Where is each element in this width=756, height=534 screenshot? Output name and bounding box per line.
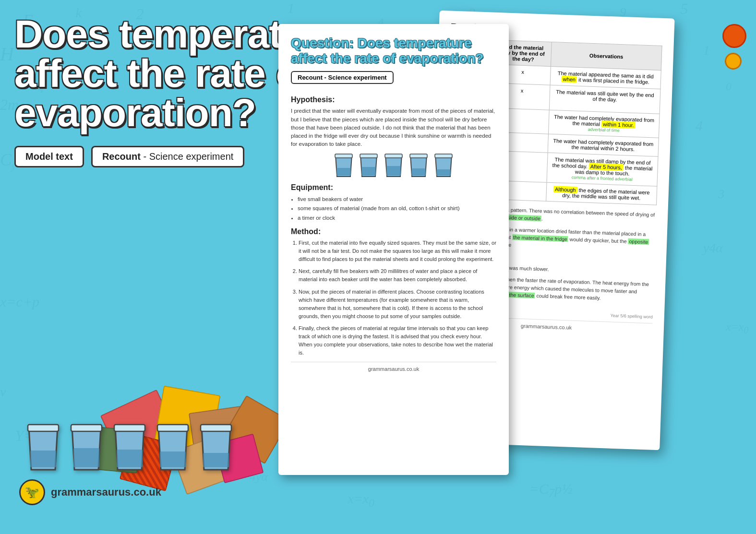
- hypothesis-text: I predict that the water will eventually…: [291, 107, 496, 148]
- svg-rect-23: [386, 166, 401, 176]
- svg-rect-19: [360, 154, 377, 158]
- method-step-4: Finally, check the pieces of material at…: [299, 324, 496, 357]
- svg-rect-4: [71, 425, 102, 431]
- equipment-item-3: a timer or clock: [298, 214, 496, 223]
- svg-rect-13: [201, 425, 231, 431]
- obs-3: The water had completely evaporated from…: [548, 110, 660, 138]
- beakers-illustration: [24, 323, 288, 476]
- beaker-3: [110, 422, 149, 476]
- equipment-item-2: some squares of material (made from an o…: [298, 204, 496, 214]
- logo-text: grammarsaurus.co.uk: [51, 486, 161, 498]
- method-step-1: First, cut the material into five equall…: [299, 239, 496, 263]
- svg-rect-28: [435, 154, 452, 158]
- svg-rect-8: [117, 450, 143, 467]
- svg-rect-2: [30, 451, 56, 467]
- equipment-list: five small beakers of water some squares…: [298, 195, 496, 223]
- col-observations: Observations: [551, 42, 662, 70]
- svg-rect-17: [336, 168, 351, 176]
- small-beaker-4: [408, 153, 429, 178]
- svg-rect-7: [114, 425, 145, 431]
- doc-recount-tag: Recount - Science experiment: [291, 71, 394, 84]
- logo-area: 🦖 grammarsaurus.co.uk: [19, 479, 161, 505]
- obs-6: Although the edges of the material were …: [546, 182, 657, 205]
- svg-rect-22: [385, 154, 402, 158]
- beaker-2: [67, 422, 106, 476]
- obs-cupboard: The material was still quite wet by the …: [549, 85, 660, 114]
- beaker-4: [154, 422, 192, 476]
- small-beaker-3: [383, 153, 404, 178]
- equipment-beakers: [291, 153, 496, 178]
- model-text-tag: Model text: [14, 146, 84, 167]
- svg-rect-16: [335, 154, 352, 158]
- equipment-item-1: five small beakers of water: [298, 195, 496, 204]
- doc-front: Question: Does temperature affect the ra…: [278, 24, 509, 475]
- svg-rect-5: [73, 448, 99, 467]
- svg-rect-25: [410, 154, 427, 158]
- small-beaker-1: [333, 153, 354, 178]
- method-step-2: Next, carefully fill five beakers with 2…: [299, 267, 496, 284]
- obs-5: The material was still damp by the end o…: [547, 153, 658, 186]
- method-title: Method:: [291, 227, 496, 236]
- svg-rect-29: [436, 169, 451, 176]
- small-beaker-2: [358, 153, 379, 178]
- svg-rect-20: [361, 167, 376, 176]
- svg-rect-26: [411, 168, 426, 176]
- beaker-5: [197, 422, 235, 476]
- equipment-title: Equipment:: [291, 183, 496, 192]
- recount-tag: Recount - Science experiment: [91, 146, 244, 167]
- svg-rect-11: [160, 451, 186, 467]
- method-list: First, cut the material into five equall…: [299, 239, 496, 357]
- doc-footer: grammarsaurus.co.uk: [291, 362, 496, 372]
- deco-circle-2: [725, 53, 742, 70]
- small-beaker-5: [433, 153, 454, 178]
- logo-icon: 🦖: [19, 479, 45, 505]
- beaker-1: [24, 422, 62, 476]
- doc-question-title: Question: Does temperature affect the ra…: [291, 36, 496, 66]
- svg-rect-14: [203, 453, 229, 467]
- svg-rect-10: [157, 425, 188, 431]
- svg-rect-1: [28, 425, 59, 431]
- hypothesis-title: Hypothesis:: [291, 95, 496, 104]
- method-step-3: Now, put the pieces of material in diffe…: [299, 288, 496, 320]
- deco-circle-1: [722, 24, 746, 48]
